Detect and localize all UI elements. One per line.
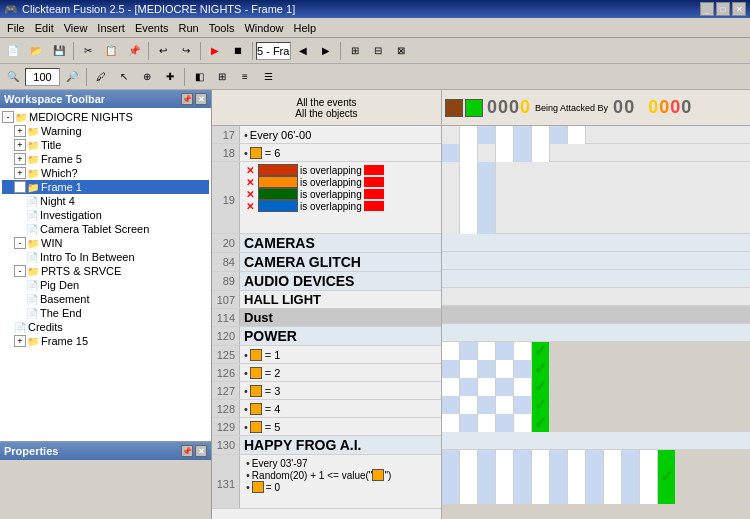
cell-127-3[interactable]	[478, 378, 496, 396]
cell-129-5[interactable]	[514, 414, 532, 432]
cell-18-1[interactable]	[442, 144, 460, 162]
tree-item-intro[interactable]: 📄 Intro To In Between	[2, 250, 209, 264]
cell-125-6-check[interactable]: ✓	[532, 342, 550, 360]
cell-131-8[interactable]	[568, 450, 586, 504]
cell-17-7[interactable]	[550, 126, 568, 144]
open-button[interactable]: 📂	[25, 40, 47, 62]
tree-item-warning[interactable]: + 📁 Warning	[2, 124, 209, 138]
grid-btn[interactable]: ⊞	[344, 40, 366, 62]
cell-126-6-check[interactable]: ✓	[532, 360, 550, 378]
menu-file[interactable]: File	[2, 21, 30, 35]
expand-frame15[interactable]: +	[14, 335, 26, 347]
cell-19-3[interactable]	[478, 162, 496, 234]
tree-item-mediocre[interactable]: - 📁 MEDIOCRE NIGHTS	[2, 110, 209, 124]
cell-128-3[interactable]	[478, 396, 496, 414]
cell-131-10[interactable]	[604, 450, 622, 504]
close-button[interactable]: ✕	[732, 2, 746, 16]
cell-17-1[interactable]	[442, 126, 460, 144]
expand-mediocre[interactable]: -	[2, 111, 14, 123]
cell-131-12[interactable]	[640, 450, 658, 504]
grid-btn2[interactable]: ⊟	[367, 40, 389, 62]
prop-close-button[interactable]: ✕	[195, 445, 207, 457]
paste-button[interactable]: 📌	[123, 40, 145, 62]
cell-17-4[interactable]	[496, 126, 514, 144]
cell-128-6-check[interactable]: ✓	[532, 396, 550, 414]
align2[interactable]: ⊞	[211, 66, 233, 88]
workspace-pin-button[interactable]: 📌	[181, 93, 193, 105]
cell-125-3[interactable]	[478, 342, 496, 360]
cell-126-5[interactable]	[514, 360, 532, 378]
next-frame[interactable]: ▶	[315, 40, 337, 62]
workspace-close-button[interactable]: ✕	[195, 93, 207, 105]
save-button[interactable]: 💾	[48, 40, 70, 62]
align3[interactable]: ≡	[234, 66, 256, 88]
cell-18-6[interactable]	[532, 144, 550, 162]
prop-pin-button[interactable]: 📌	[181, 445, 193, 457]
expand-which[interactable]: +	[14, 167, 26, 179]
undo-button[interactable]: ↩	[152, 40, 174, 62]
expand-frame5[interactable]: +	[14, 153, 26, 165]
cell-131-1[interactable]	[442, 450, 460, 504]
tool4[interactable]: ✚	[159, 66, 181, 88]
new-button[interactable]: 📄	[2, 40, 24, 62]
tree-item-basement[interactable]: 📄 Basement	[2, 292, 209, 306]
expand-prts[interactable]: -	[14, 265, 26, 277]
grid-btn3[interactable]: ⊠	[390, 40, 412, 62]
cell-126-2[interactable]	[460, 360, 478, 378]
cell-127-5[interactable]	[514, 378, 532, 396]
cell-131-3[interactable]	[478, 450, 496, 504]
cell-125-4[interactable]	[496, 342, 514, 360]
tree-item-pigden[interactable]: 📄 Pig Den	[2, 278, 209, 292]
menu-window[interactable]: Window	[239, 21, 288, 35]
cell-126-1[interactable]	[442, 360, 460, 378]
menu-help[interactable]: Help	[289, 21, 322, 35]
cell-125-2[interactable]	[460, 342, 478, 360]
zoom-in[interactable]: 🔎	[61, 66, 83, 88]
cell-127-1[interactable]	[442, 378, 460, 396]
zoom-input[interactable]	[25, 68, 60, 86]
cell-131-9[interactable]	[586, 450, 604, 504]
cell-131-7[interactable]	[550, 450, 568, 504]
cell-128-4[interactable]	[496, 396, 514, 414]
tree-item-night4[interactable]: 📄 Night 4	[2, 194, 209, 208]
copy-button[interactable]: 📋	[100, 40, 122, 62]
menu-view[interactable]: View	[59, 21, 93, 35]
cell-131-11[interactable]	[622, 450, 640, 504]
cell-128-1[interactable]	[442, 396, 460, 414]
tool3[interactable]: ⊕	[136, 66, 158, 88]
cell-131-4[interactable]	[496, 450, 514, 504]
cell-127-2[interactable]	[460, 378, 478, 396]
cell-18-4[interactable]	[496, 144, 514, 162]
tree-item-theend[interactable]: 📄 The End	[2, 306, 209, 320]
cell-129-3[interactable]	[478, 414, 496, 432]
tree-item-camera-tablet[interactable]: 📄 Camera Tablet Screen	[2, 222, 209, 236]
cell-129-4[interactable]	[496, 414, 514, 432]
cell-17-5[interactable]	[514, 126, 532, 144]
expand-frame1[interactable]: -	[14, 181, 26, 193]
tree-item-prts[interactable]: - 📁 PRTS & SRVCE	[2, 264, 209, 278]
redo-button[interactable]: ↪	[175, 40, 197, 62]
align1[interactable]: ◧	[188, 66, 210, 88]
tool1[interactable]: 🖊	[90, 66, 112, 88]
align4[interactable]: ☰	[257, 66, 279, 88]
cell-129-1[interactable]	[442, 414, 460, 432]
tree-item-title[interactable]: + 📁 Title	[2, 138, 209, 152]
run-button[interactable]: ▶	[204, 40, 226, 62]
cell-17-8[interactable]	[568, 126, 586, 144]
tree-item-credits[interactable]: 📄 Credits	[2, 320, 209, 334]
cell-127-6-check[interactable]: ✓	[532, 378, 550, 396]
cell-131-2[interactable]	[460, 450, 478, 504]
menu-insert[interactable]: Insert	[92, 21, 130, 35]
menu-tools[interactable]: Tools	[204, 21, 240, 35]
cell-131-6[interactable]	[532, 450, 550, 504]
cell-19-1[interactable]	[442, 162, 460, 234]
cell-18-5[interactable]	[514, 144, 532, 162]
menu-edit[interactable]: Edit	[30, 21, 59, 35]
maximize-button[interactable]: □	[716, 2, 730, 16]
menu-events[interactable]: Events	[130, 21, 174, 35]
cell-131-13-check[interactable]: ✓	[658, 450, 676, 504]
cell-129-2[interactable]	[460, 414, 478, 432]
cell-131-5[interactable]	[514, 450, 532, 504]
tree-item-win[interactable]: - 📁 WIN	[2, 236, 209, 250]
tree-item-frame1[interactable]: - 📁 Frame 1	[2, 180, 209, 194]
